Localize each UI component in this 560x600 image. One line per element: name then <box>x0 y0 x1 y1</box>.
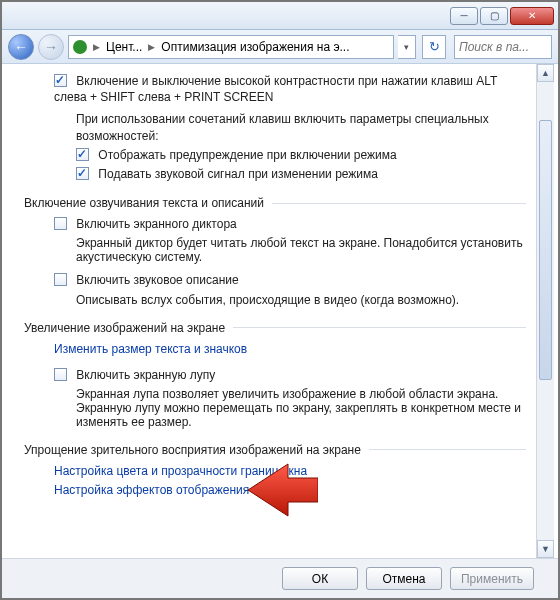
audio-description-text: Описывать вслух события, происходящие в … <box>76 293 526 307</box>
magnifier-checkbox[interactable] <box>54 368 67 381</box>
cancel-button[interactable]: Отмена <box>366 567 442 590</box>
text-size-link[interactable]: Изменить размер текста и значков <box>54 342 247 356</box>
maximize-button[interactable]: ▢ <box>480 7 508 25</box>
play-sound-checkbox[interactable] <box>76 167 89 180</box>
window-color-link[interactable]: Настройка цвета и прозрачности границ ок… <box>54 464 307 478</box>
window-titlebar: ─ ▢ ✕ <box>2 2 558 30</box>
breadcrumb-seg1[interactable]: Цент... <box>106 40 142 54</box>
refresh-button[interactable]: ↻ <box>422 35 446 59</box>
high-contrast-checkbox[interactable] <box>54 74 67 87</box>
scroll-up-button[interactable]: ▲ <box>537 64 554 82</box>
apply-button[interactable]: Применить <box>450 567 534 590</box>
search-input[interactable] <box>454 35 552 59</box>
play-sound-label: Подавать звуковой сигнал при изменении р… <box>98 167 378 181</box>
show-warning-checkbox[interactable] <box>76 148 89 161</box>
magnifier-label: Включить экранную лупу <box>76 368 215 382</box>
content-area: Включение и выключение высокой контрастн… <box>10 64 554 558</box>
ok-button[interactable]: ОК <box>282 567 358 590</box>
narrator-checkbox[interactable] <box>54 217 67 230</box>
narration-heading: Включение озвучивания текста и описаний <box>24 196 264 210</box>
scroll-thumb[interactable] <box>539 120 552 380</box>
narrator-label: Включить экранного диктора <box>76 217 236 231</box>
display-effects-link[interactable]: Настройка эффектов отображения <box>54 483 249 497</box>
dialog-footer: ОК Отмена Применить <box>2 558 558 598</box>
chevron-right-icon: ▶ <box>91 42 102 52</box>
scroll-down-button[interactable]: ▼ <box>537 540 554 558</box>
nav-forward-button[interactable]: → <box>38 34 64 60</box>
simplify-heading: Упрощение зрительного восприятия изображ… <box>24 443 361 457</box>
magnifier-description: Экранная лупа позволяет увеличить изобра… <box>76 387 526 429</box>
ease-of-access-icon <box>73 40 87 54</box>
audio-description-label: Включить звуковое описание <box>76 273 238 287</box>
divider <box>233 327 526 328</box>
narrator-description: Экранный диктор будет читать любой текст… <box>76 236 526 264</box>
minimize-button[interactable]: ─ <box>450 7 478 25</box>
divider <box>272 203 526 204</box>
address-dropdown[interactable]: ▾ <box>398 35 416 59</box>
close-button[interactable]: ✕ <box>510 7 554 25</box>
vertical-scrollbar[interactable]: ▲ ▼ <box>536 64 554 558</box>
breadcrumb-seg2[interactable]: Оптимизация изображения на э... <box>161 40 349 54</box>
high-contrast-label: Включение и выключение высокой контрастн… <box>54 74 497 104</box>
divider <box>369 449 526 450</box>
contrast-sub-intro: При использовании сочетаний клавиш включ… <box>76 111 526 143</box>
audio-description-checkbox[interactable] <box>54 273 67 286</box>
nav-back-button[interactable]: ← <box>8 34 34 60</box>
magnify-heading: Увеличение изображений на экране <box>24 321 225 335</box>
address-bar[interactable]: ▶ Цент... ▶ Оптимизация изображения на э… <box>68 35 394 59</box>
show-warning-label: Отображать предупреждение при включении … <box>98 148 396 162</box>
chevron-right-icon: ▶ <box>146 42 157 52</box>
navigation-bar: ← → ▶ Цент... ▶ Оптимизация изображения … <box>2 30 558 64</box>
